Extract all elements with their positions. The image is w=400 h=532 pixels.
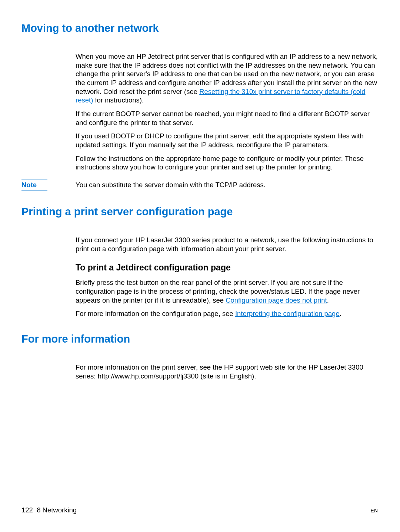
subheading-jetdirect: To print a Jetdirect configuration page bbox=[76, 263, 378, 273]
link-config-not-print[interactable]: Configuration page does not print bbox=[226, 296, 327, 304]
paragraph: When you move an HP Jetdirect print serv… bbox=[76, 52, 378, 105]
paragraph: If you used BOOTP or DHCP to configure t… bbox=[76, 132, 378, 149]
section-more-info: For more information For more informatio… bbox=[21, 333, 378, 380]
page-number: 122 bbox=[21, 506, 33, 514]
page-footer: 122 8 Networking EN bbox=[21, 506, 378, 514]
paragraph: If the current BOOTP server cannot be re… bbox=[76, 110, 378, 127]
note-label: Note bbox=[21, 179, 47, 191]
body-text-2: If you connect your HP LaserJet 3300 ser… bbox=[76, 236, 378, 318]
section-printing-config: Printing a print server configuration pa… bbox=[21, 206, 378, 318]
note-text: You can substitute the server domain wit… bbox=[76, 181, 378, 189]
link-interpreting-config[interactable]: Interpreting the configuration page bbox=[235, 310, 340, 317]
body-text-3: For more information on the print server… bbox=[76, 363, 378, 380]
section-moving-network: Moving to another network When you move … bbox=[21, 22, 378, 191]
paragraph: For more information on the configuratio… bbox=[76, 309, 378, 318]
paragraph: Briefly press the test button on the rea… bbox=[76, 278, 378, 304]
language-label: EN bbox=[371, 508, 378, 514]
heading-moving-network: Moving to another network bbox=[21, 22, 378, 34]
chapter-label: 8 Networking bbox=[37, 506, 77, 514]
paragraph: If you connect your HP LaserJet 3300 ser… bbox=[76, 236, 378, 253]
note-block: Note You can substitute the server domai… bbox=[21, 179, 378, 191]
heading-printing-config: Printing a print server configuration pa… bbox=[21, 206, 378, 218]
body-text-1: When you move an HP Jetdirect print serv… bbox=[76, 52, 378, 172]
heading-more-info: For more information bbox=[21, 333, 378, 345]
paragraph: For more information on the print server… bbox=[76, 363, 378, 380]
paragraph: Follow the instructions on the appropria… bbox=[76, 154, 378, 172]
